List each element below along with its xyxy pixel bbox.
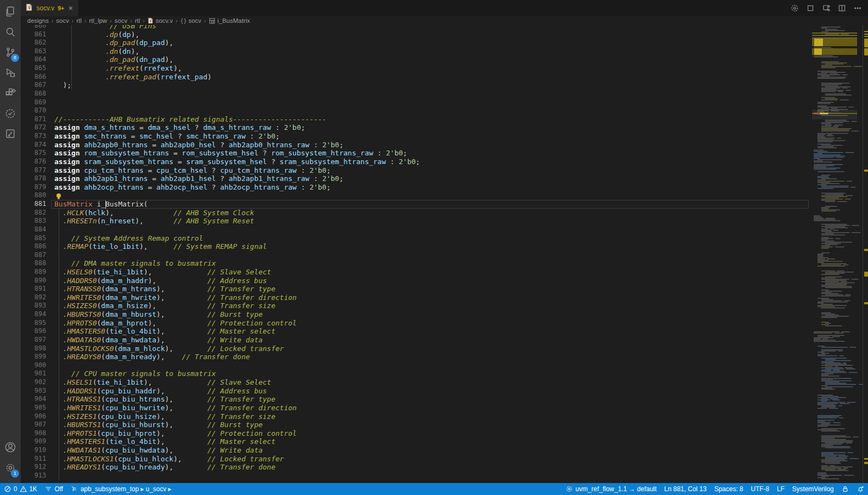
code-line-887[interactable]: 887 (21, 251, 812, 260)
line-number: 898 (21, 344, 46, 353)
activity-item-search[interactable] (0, 23, 21, 43)
status-module-hierarchy[interactable]: apb_subsystem_top ▸ u_socv ▸ (67, 483, 175, 495)
code-line-899[interactable]: 899 .HREADYS0(dma_m_hready), // Transfer… (21, 353, 812, 361)
code-line-876[interactable]: 876assign sram_subsystem_htrans = sram_s… (21, 158, 812, 166)
code-line-892[interactable]: 892 .HWRITES0(dma_m_hwrite), // Transfer… (21, 293, 812, 302)
code-line-886[interactable]: 886 .REMAP(tie_lo_1bit), // System REMAP… (21, 242, 812, 251)
status-editor-lock[interactable] (838, 483, 853, 495)
code-line-862[interactable]: 862 .dp_pad(dp_pad), (21, 39, 812, 47)
code-line-901[interactable]: 901 // CPU master signals to busmatrix (21, 369, 812, 378)
code-line-907[interactable]: 907 .HBURSTS1(cpu_biu_hburst), // Burst … (21, 421, 812, 429)
code-line-869[interactable]: 869 (21, 98, 812, 107)
breadcrumb-item-i_BusMatrix[interactable]: i_BusMatrix (209, 17, 250, 24)
breadcrumb-item-rtl_lpw[interactable]: rtl_lpw (89, 17, 107, 24)
code-line-905[interactable]: 905 .HWRITES1(cpu_biu_hwrite), // Transf… (21, 404, 812, 412)
code-line-893[interactable]: 893 .HSIZES0(dma_m_hsize), // Transfer s… (21, 302, 812, 310)
status-bar-right: uvm_ref_flow_1.1 → defaultLn 881, Col 13… (562, 483, 868, 495)
code-line-872[interactable]: 872assign dma_s_htrans = dma_s_hsel ? dm… (21, 123, 812, 132)
code-line-885[interactable]: 885 // System Address Remap control (21, 234, 812, 243)
code-line-860[interactable]: 860 // USB Pins (21, 25, 812, 30)
code-line-881[interactable]: 881BusMatrix i_BusMatrix( (21, 200, 812, 209)
code-line-898[interactable]: 898 .HMASTLOCKS0(dma_m_hlock), // Locked… (21, 344, 812, 353)
code-line-904[interactable]: 904 .HTRANSS1(cpu_biu_htrans), // Transf… (21, 395, 812, 404)
gear-icon[interactable] (790, 3, 800, 13)
code-line-884[interactable]: 884 (21, 225, 812, 234)
status-cursor-position[interactable]: Ln 881, Col 13 (661, 483, 710, 495)
square-icon[interactable] (806, 3, 815, 13)
breadcrumb-item-designs[interactable]: designs (27, 17, 49, 24)
code-line-913[interactable]: 913 (21, 472, 812, 480)
activity-item-notes[interactable] (0, 124, 21, 145)
activity-item-verification[interactable] (0, 104, 21, 125)
code-line-890[interactable]: 890 .HADDRS0(dma_m_haddr), // Address bu… (21, 277, 812, 285)
line-number: 875 (21, 149, 46, 158)
extensions-icon (4, 86, 17, 102)
breadcrumb-item-rtl[interactable]: rtl (135, 17, 140, 24)
code-line-891[interactable]: 891 .HTRANSS0(dma_m_htrans), // Transfer… (21, 285, 812, 293)
line-content: .HWDATAS0(dma_m_hwdata), // Write data (54, 336, 263, 344)
code-line-894[interactable]: 894 .HBURSTS0(dma_m_hburst), // Burst ty… (21, 310, 812, 319)
activity-item-settings[interactable]: 1 (0, 459, 21, 479)
code-line-888[interactable]: 888 // DMA master signals to busmatrix (21, 259, 812, 268)
status-filter[interactable]: Off (41, 483, 67, 495)
code-line-866[interactable]: 866 .rrefext_pad(rrefext_pad) (21, 73, 812, 82)
gear-small-icon (565, 485, 573, 493)
code-line-903[interactable]: 903 .HADDRS1(cpu_biu_haddr), // Address … (21, 387, 812, 396)
code-line-895[interactable]: 895 .HPROTS0(dma_m_hprot), // Protection… (21, 319, 812, 328)
tab-socv[interactable]: V socv.v 9+ × (21, 0, 78, 16)
code-line-867[interactable]: 867 ); (21, 81, 812, 90)
code-line-878[interactable]: 878assign ahb2apb1_htrans = ahb2apb1_hse… (21, 174, 812, 183)
status-encoding[interactable]: UTF-8 (747, 483, 773, 495)
status-eol[interactable]: LF (773, 483, 788, 495)
code-line-880[interactable]: 880 (21, 191, 812, 200)
activity-item-accounts[interactable] (0, 438, 21, 459)
minimap[interactable] (812, 25, 863, 483)
breadcrumb-item-socv[interactable]: socv (56, 17, 69, 24)
code-line-900[interactable]: 900 (21, 361, 812, 370)
activity-item-explorer[interactable] (0, 2, 21, 23)
code-line-909[interactable]: 909 .HMASTERS1(tie_lo_4bit), // Master s… (21, 437, 812, 446)
status-task-config[interactable]: uvm_ref_flow_1.1 → default (562, 483, 660, 495)
code-line-906[interactable]: 906 .HSIZES1(cpu_biu_hsize), // Transfer… (21, 412, 812, 421)
code-line-861[interactable]: 861 .dp(dp), (21, 30, 812, 39)
code-line-877[interactable]: 877assign cpu_tcm_htrans = cpu_tcm_hsel … (21, 166, 812, 175)
code-line-908[interactable]: 908 .HPROTS1(cpu_biu_hprot), // Protecti… (21, 429, 812, 438)
activity-item-run-debug[interactable] (0, 64, 21, 84)
activity-item-extensions[interactable] (0, 84, 21, 104)
code-editor[interactable]: 860 // USB Pins861 .dp(dp),862 .dp_pad(d… (21, 25, 812, 483)
code-line-873[interactable]: 873assign smc_htrans = smc_hsel ? smc_ht… (21, 132, 812, 141)
code-line-912[interactable]: 912 .HREADYS1(cpu_biu_hready), // Transf… (21, 463, 812, 472)
code-line-879[interactable]: 879assign ahb2ocp_htrans = ahb2ocp_hsel … (21, 183, 812, 192)
code-line-870[interactable]: 870 (21, 106, 812, 115)
code-line-871[interactable]: 871//-----------AHB Busmatrix related si… (21, 115, 812, 124)
breadcrumb-item-socv.v[interactable]: Vsocv.v (147, 17, 173, 24)
compare-changes-icon[interactable] (821, 3, 831, 13)
code-line-882[interactable]: 882 .HCLK(hclk), // AHB System Clock (21, 209, 812, 217)
status-language-mode[interactable]: SystemVerilog (788, 483, 838, 495)
code-line-868[interactable]: 868 (21, 90, 812, 98)
code-line-896[interactable]: 896 .HMASTERS0(tie_lo_4bit), // Master s… (21, 327, 812, 336)
status-notifications[interactable] (853, 483, 868, 495)
split-editor-icon[interactable] (837, 3, 847, 13)
line-number: 894 (21, 310, 46, 319)
more-actions-icon[interactable] (853, 3, 863, 13)
code-line-911[interactable]: 911 .HMASTLOCKS1(cpu_biu_hlock), // Lock… (21, 455, 812, 463)
code-line-910[interactable]: 910 .HWDATAS1(cpu_biu_hwdata), // Write … (21, 446, 812, 455)
code-line-874[interactable]: 874assign ahb2apb0_htrans = ahb2apb0_hse… (21, 141, 812, 149)
status-indentation[interactable]: Spaces: 8 (710, 483, 747, 495)
code-line-865[interactable]: 865 .rrefext(rrefext), (21, 64, 812, 73)
breadcrumb-item-socv[interactable]: {}socv (180, 17, 202, 24)
code-line-883[interactable]: 883 .HRESETn(n_hreset), // AHB System Re… (21, 217, 812, 225)
code-line-889[interactable]: 889 .HSELS0(tie_hi_1bit), // Slave Selec… (21, 268, 812, 277)
code-line-902[interactable]: 902 .HSELS1(tie_hi_1bit), // Slave Selec… (21, 378, 812, 387)
breadcrumb-item-rtl[interactable]: rtl (77, 17, 82, 24)
status-problems[interactable]: 01K (0, 483, 41, 495)
code-line-863[interactable]: 863 .dn(dn), (21, 47, 812, 56)
code-line-864[interactable]: 864 .dn_pad(dn_pad), (21, 55, 812, 64)
close-icon[interactable]: × (68, 4, 73, 12)
code-line-875[interactable]: 875assign rom_subsystem_htrans = rom_sub… (21, 149, 812, 158)
activity-item-source-control[interactable]: 8 (0, 43, 21, 64)
code-line-897[interactable]: 897 .HWDATAS0(dma_m_hwdata), // Write da… (21, 336, 812, 344)
breadcrumb-item-socv[interactable]: socv (115, 17, 128, 24)
lightbulb-icon[interactable] (55, 192, 62, 199)
